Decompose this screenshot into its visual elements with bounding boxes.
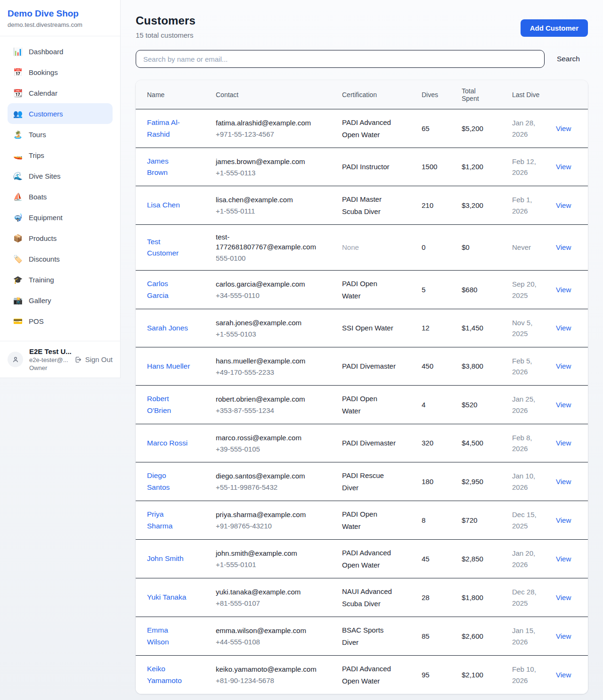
- customer-name-link[interactable]: Test Customer: [147, 236, 190, 259]
- page-title: Customers: [136, 14, 196, 27]
- customer-dives: 45: [422, 555, 430, 563]
- diving-mask-icon: 🤿: [13, 213, 23, 222]
- sidebar-item-training[interactable]: 🎓 Training: [8, 269, 113, 290]
- view-customer-link[interactable]: View: [556, 124, 571, 132]
- bar-chart-icon: 📊: [13, 47, 23, 56]
- sailboat-icon: ⛵: [13, 192, 23, 201]
- sidebar-item-label: Dashboard: [29, 48, 63, 56]
- customer-total-spent: $2,950: [462, 478, 483, 486]
- table-row: Marco Rossi marco.rossi@example.com +39-…: [136, 424, 588, 462]
- customer-name-link[interactable]: Keiko Yamamoto: [147, 663, 190, 686]
- customer-last-dive: Jan 25, 2026: [512, 395, 535, 414]
- sidebar-item-gallery[interactable]: 📸 Gallery: [8, 290, 113, 311]
- customer-name-link[interactable]: Carlos Garcia: [147, 278, 190, 301]
- sidebar-item-pos[interactable]: 💳 POS: [8, 311, 113, 331]
- sidebar-item-bookings[interactable]: 📅 Bookings: [8, 62, 113, 82]
- sidebar-item-dashboard[interactable]: 📊 Dashboard: [8, 41, 113, 62]
- sidebar-item-label: Customers: [29, 110, 63, 118]
- customer-email: test-1772681807767@example.com: [216, 232, 329, 252]
- search-button[interactable]: Search: [545, 55, 588, 63]
- customer-email: carlos.garcia@example.com: [216, 279, 329, 289]
- customer-last-dive: Dec 28, 2025: [512, 588, 537, 607]
- table-row: Yuki Tanaka yuki.tanaka@example.com +81-…: [136, 578, 588, 617]
- sidebar-item-trips[interactable]: 🚤 Trips: [8, 145, 113, 165]
- customer-name-link[interactable]: James Brown: [147, 156, 190, 178]
- sidebar-item-label: Trips: [29, 151, 44, 159]
- customer-name-link[interactable]: Sarah Jones: [147, 322, 188, 334]
- sidebar-item-tours[interactable]: 🏝️ Tours: [8, 124, 113, 145]
- view-customer-link[interactable]: View: [556, 671, 571, 679]
- customer-phone: +44-555-0108: [216, 637, 329, 647]
- view-customer-link[interactable]: View: [556, 286, 571, 294]
- customer-certification: BSAC Sports Diver: [342, 624, 397, 648]
- sidebar-item-label: Calendar: [29, 89, 57, 97]
- sign-out-button[interactable]: Sign Out: [74, 355, 113, 363]
- logout-icon: [74, 356, 82, 363]
- customer-name-link[interactable]: John Smith: [147, 553, 184, 564]
- customers-table-card: Name Contact Certification Dives Total S…: [136, 80, 588, 694]
- view-customer-link[interactable]: View: [556, 163, 571, 171]
- view-customer-link[interactable]: View: [556, 401, 571, 409]
- table-row: Fatima Al-Rashid fatima.alrashid@example…: [136, 109, 588, 148]
- customer-last-dive: Feb 8, 2026: [512, 434, 532, 453]
- search-input[interactable]: [136, 50, 545, 68]
- customer-certification: NAUI Advanced Scuba Diver: [342, 585, 397, 609]
- customer-last-dive: Jan 28, 2026: [512, 119, 535, 138]
- sidebar-item-customers[interactable]: 👥 Customers: [8, 103, 113, 124]
- view-customer-link[interactable]: View: [556, 478, 571, 486]
- sidebar-item-products[interactable]: 📦 Products: [8, 228, 113, 248]
- view-customer-link[interactable]: View: [556, 324, 571, 332]
- sidebar-item-label: Gallery: [29, 296, 51, 305]
- view-customer-link[interactable]: View: [556, 632, 571, 640]
- user-section: E2E Test U... e2e-tester@... Owner Sign …: [0, 341, 120, 378]
- customer-name-link[interactable]: Fatima Al-Rashid: [147, 117, 190, 140]
- customer-dives: 12: [422, 324, 430, 332]
- sidebar-item-label: Boats: [29, 193, 47, 201]
- view-customer-link[interactable]: View: [556, 439, 571, 447]
- view-customer-link[interactable]: View: [556, 243, 571, 251]
- sidebar-item-label: Products: [29, 234, 57, 242]
- sidebar-item-calendar[interactable]: 📆 Calendar: [8, 82, 113, 103]
- view-customer-link[interactable]: View: [556, 555, 571, 563]
- sidebar-item-equipment[interactable]: 🤿 Equipment: [8, 207, 113, 228]
- column-header-certification: Certification: [342, 91, 422, 99]
- view-customer-link[interactable]: View: [556, 201, 571, 209]
- customer-name-link[interactable]: Marco Rossi: [147, 437, 187, 449]
- tear-off-calendar-icon: 📆: [13, 89, 23, 98]
- customer-total-spent: $680: [462, 286, 477, 294]
- customer-name-link[interactable]: Diego Santos: [147, 470, 190, 493]
- customer-total-spent: $1,200: [462, 163, 483, 171]
- sidebar-item-discounts[interactable]: 🏷️ Discounts: [8, 248, 113, 269]
- add-customer-button[interactable]: Add Customer: [521, 19, 588, 37]
- view-customer-link[interactable]: View: [556, 516, 571, 524]
- customer-last-dive: Nov 5, 2025: [512, 319, 532, 338]
- customer-phone: 555-0100: [216, 253, 329, 263]
- customer-last-dive: Dec 15, 2025: [512, 511, 537, 529]
- customer-name-link[interactable]: Lisa Chen: [147, 199, 180, 211]
- customer-name-link[interactable]: Hans Mueller: [147, 361, 190, 372]
- customer-dives: 85: [422, 632, 430, 640]
- customer-name-link[interactable]: Robert O'Brien: [147, 393, 190, 416]
- view-customer-link[interactable]: View: [556, 362, 571, 370]
- sidebar-item-dive-sites[interactable]: 🌊 Dive Sites: [8, 165, 113, 186]
- sidebar-header: Demo Dive Shop demo.test.divestreams.com: [0, 0, 120, 36]
- column-header-total-spent: Total Spent: [462, 87, 512, 102]
- graduation-cap-icon: 🎓: [13, 275, 23, 284]
- table-row: Test Customer test-1772681807767@example…: [136, 225, 588, 271]
- customer-email: lisa.chen@example.com: [216, 195, 329, 205]
- customer-name-link[interactable]: Priya Sharma: [147, 509, 190, 531]
- table-header-row: Name Contact Certification Dives Total S…: [136, 80, 588, 109]
- customer-dives: 8: [422, 516, 425, 524]
- customer-name-link[interactable]: Emma Wilson: [147, 625, 190, 647]
- sidebar-item-boats[interactable]: ⛵ Boats: [8, 186, 113, 207]
- sidebar-item-label: Discounts: [29, 255, 60, 263]
- customer-total-spent: $0: [462, 243, 470, 251]
- customer-total-spent: $3,200: [462, 201, 483, 209]
- customer-last-dive: Feb 1, 2026: [512, 196, 532, 214]
- customer-certification: PADI Open Water: [342, 508, 397, 532]
- customer-name-link[interactable]: Yuki Tanaka: [147, 592, 186, 603]
- sidebar-item-label: Dive Sites: [29, 172, 61, 180]
- customer-certification: None: [342, 241, 397, 254]
- view-customer-link[interactable]: View: [556, 593, 571, 601]
- customer-certification: PADI Open Water: [342, 278, 397, 302]
